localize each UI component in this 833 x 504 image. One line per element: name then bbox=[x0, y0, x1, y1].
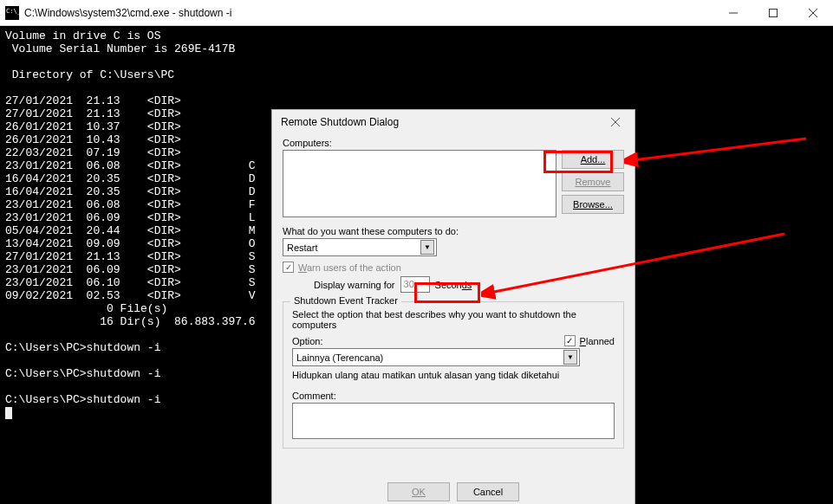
svg-rect-1 bbox=[770, 9, 778, 16]
seconds-field[interactable]: 30 bbox=[400, 276, 430, 293]
close-button[interactable] bbox=[793, 0, 833, 26]
remove-button[interactable]: Remove bbox=[562, 172, 624, 191]
comment-textarea[interactable] bbox=[292, 403, 615, 439]
maximize-button[interactable] bbox=[753, 0, 793, 26]
option-description: Hidupkan ulang atau matikan untuk alasan… bbox=[292, 370, 615, 380]
comment-label: Comment: bbox=[292, 391, 615, 401]
dialog-title: Remote Shutdown Dialog bbox=[281, 116, 399, 128]
dialog-close-button[interactable] bbox=[603, 113, 628, 131]
remote-shutdown-dialog: Remote Shutdown Dialog Computers: Add...… bbox=[271, 109, 635, 504]
cancel-button[interactable]: Cancel bbox=[457, 482, 519, 501]
computers-label: Computers: bbox=[283, 138, 624, 148]
display-warning-label: Display warning for bbox=[314, 280, 395, 290]
minimize-button[interactable] bbox=[713, 0, 753, 26]
tracker-legend: Shutdown Event Tracker bbox=[290, 295, 401, 306]
computers-listbox[interactable] bbox=[283, 150, 556, 217]
planned-checkbox[interactable]: ✓ Planned bbox=[564, 335, 615, 346]
checkbox-icon: ✓ bbox=[564, 335, 576, 346]
app-titlebar: C:\Windows\system32\cmd.exe - shutdown -… bbox=[0, 0, 833, 26]
seconds-label: Seconds bbox=[435, 280, 472, 290]
cmd-icon bbox=[5, 6, 19, 20]
chevron-down-icon: ▼ bbox=[420, 240, 434, 255]
tracker-description: Select the option that best describes wh… bbox=[292, 309, 615, 330]
option-select[interactable]: Lainnya (Terencana) ▼ bbox=[292, 348, 580, 366]
shutdown-event-tracker-group: Shutdown Event Tracker Select the option… bbox=[283, 301, 624, 449]
browse-button[interactable]: Browse... bbox=[562, 195, 624, 214]
action-label: What do you want these computers to do: bbox=[283, 226, 624, 236]
ok-button[interactable]: OK bbox=[387, 482, 450, 501]
checkbox-icon: ✓ bbox=[283, 262, 294, 273]
option-label: Option: bbox=[292, 336, 322, 346]
chevron-down-icon: ▼ bbox=[563, 350, 577, 365]
warn-users-checkbox: ✓ Warn users of the action bbox=[283, 262, 401, 273]
action-select[interactable]: Restart ▼ bbox=[283, 238, 437, 256]
window-title: C:\Windows\system32\cmd.exe - shutdown -… bbox=[24, 7, 231, 19]
dialog-titlebar[interactable]: Remote Shutdown Dialog bbox=[272, 110, 635, 134]
cursor-block bbox=[5, 407, 12, 419]
add-button[interactable]: Add... bbox=[562, 150, 624, 169]
